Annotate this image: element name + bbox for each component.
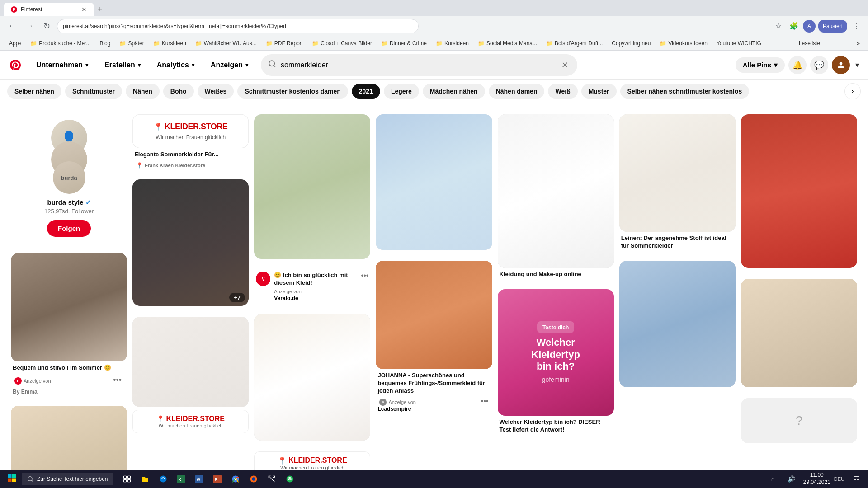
main-content: 👤 burda burda style ✓ [0, 103, 868, 470]
bookmark-label: Leseliste [799, 40, 820, 47]
taskbar-app-snipping[interactable] [264, 471, 280, 487]
new-tab-button[interactable]: + [94, 3, 106, 16]
filter-tag-schnittmuster[interactable]: Schnittmuster [65, 84, 122, 99]
taskbar-search[interactable]: Zur Suche Text hier eingeben [22, 473, 113, 485]
bookmark-label: Copywriting neu [612, 40, 651, 47]
bookmark-wahlfacher[interactable]: 📁 Wahlfächer WU Aus... [192, 39, 260, 47]
filter-tag-selber-nahen[interactable]: Selber nähen [7, 84, 61, 99]
refresh-button[interactable]: ↻ [40, 19, 53, 33]
pin-card-blue-car[interactable] [619, 261, 736, 387]
pin-card-white-room[interactable] [254, 314, 370, 441]
pin-card-green[interactable] [254, 114, 370, 259]
bookmark-blog[interactable]: Blog [96, 39, 114, 47]
taskbar-notification-button[interactable]: 🗨 [848, 471, 864, 487]
pin-card-bequem[interactable]: Bequem und stilvoll im Sommer 😊 P Anzeig… [11, 253, 127, 395]
pin-more-button[interactable]: ••• [111, 374, 123, 387]
filter-tag-selber-nahen-kostenlos[interactable]: Selber nähen schnittmuster kostenlos [620, 84, 750, 99]
follow-button[interactable]: Folgen [47, 220, 91, 237]
pin-card-beige-2[interactable] [741, 279, 857, 387]
filter-tag-nahen-damen[interactable]: Nähen damen [489, 84, 545, 99]
svg-rect-4 [8, 478, 12, 482]
filter-tag-weiss[interactable]: Weiß [548, 84, 577, 99]
address-bar[interactable]: pinterest.at/search/pins/?q=sommerkleide… [57, 19, 419, 33]
pin-card-kleidertyp[interactable]: Teste dich WelcherKleidertypbin ich? gof… [498, 289, 614, 434]
pin-card-kleider-store-3[interactable]: 📍 KLEIDER.STORE Wir machen Frauen glückl… [254, 451, 370, 470]
taskbar-app-word[interactable]: W [191, 471, 208, 487]
extensions-button[interactable]: 🧩 [788, 20, 800, 33]
taskbar-app-file-explorer[interactable] [137, 471, 153, 487]
pinterest-app: Unternehmen ▾ Erstellen ▾ Analytics ▾ An… [0, 51, 868, 488]
pin-card-beige[interactable] [11, 406, 127, 470]
filter-tag-schnittmuster-kostenlos[interactable]: Schnittmuster kostenlos damen [237, 84, 348, 99]
filter-tag-nahen[interactable]: Nähen [126, 84, 160, 99]
pin-card-question[interactable]: ? [741, 398, 857, 443]
bookmark-youtube[interactable]: Youtube WICHTIG [713, 39, 765, 47]
pin-more-button[interactable]: ••• [481, 397, 489, 405]
tab-close-button[interactable]: ✕ [81, 6, 87, 13]
pin-card-red-dress[interactable] [741, 114, 857, 268]
nav-analytics[interactable]: Analytics ▾ [150, 57, 202, 73]
search-bar[interactable]: ✕ [261, 54, 577, 76]
taskbar-app-powerpoint[interactable]: P [209, 471, 226, 487]
filter-tag-madchen[interactable]: Mädchen nähen [423, 84, 485, 99]
bookmark-socialmedia[interactable]: 📁 Social Media Mana... [474, 39, 541, 47]
bookmark-bois[interactable]: 📁 Bois d'Argent Duft... [542, 39, 606, 47]
bookmark-folder-icon: 📁 [546, 40, 553, 47]
filter-tag-weisses[interactable]: Weißes [198, 84, 234, 99]
taskbar-clock[interactable]: 11:00 29.04.2021 [803, 472, 830, 486]
bookmark-kursideen2[interactable]: 📁 Kursideen [432, 39, 472, 47]
back-button[interactable]: ← [5, 19, 19, 33]
pin-card-kleider-store[interactable]: 📍 KLEIDER.STORE Wir machen Frauen glückl… [132, 114, 249, 169]
pin-card-blue-floral[interactable] [376, 114, 492, 250]
nav-unternehmen[interactable]: Unternehmen ▾ [29, 57, 95, 73]
forward-button[interactable]: → [23, 19, 36, 33]
all-pins-dropdown[interactable]: Alle Pins ▾ [736, 57, 785, 73]
filter-tag-2021[interactable]: 2021 [352, 84, 380, 99]
bookmark-später[interactable]: 📁 Später [116, 39, 147, 47]
bookmark-copywriting[interactable]: Copywriting neu [608, 39, 654, 47]
pin-card-veralo[interactable]: V 😊 Ich bin so glücklich mit diesem Klei… [254, 270, 370, 303]
taskbar-app-excel[interactable]: X [173, 471, 189, 487]
profile-dropdown-button[interactable]: ▾ [854, 59, 861, 71]
bookmark-canva[interactable]: 📁 Cload + Canva Bilder [308, 39, 376, 47]
bookmark-dinner[interactable]: 📁 Dinner & Crime [377, 39, 430, 47]
bookmark-apps[interactable]: Apps [5, 39, 25, 47]
pin-card-white-minimal[interactable]: Kleidung und Make-up online [498, 114, 614, 278]
taskbar-app-edge[interactable] [155, 471, 171, 487]
notifications-button[interactable]: 🔔 [788, 56, 807, 74]
pin-more-button[interactable]: ••• [361, 272, 369, 280]
bookmark-videokurs[interactable]: 📁 Videokurs Ideen [656, 39, 711, 47]
menu-button[interactable]: ⋮ [850, 20, 863, 33]
pin-card-linen[interactable]: Leinen: Der angenehme Stoff ist ideal fü… [619, 114, 736, 250]
bookmark-star-button[interactable]: ☆ [772, 20, 785, 33]
bookmark-kursideen1[interactable]: 📁 Kursideen [150, 39, 190, 47]
pin-card-johanna[interactable]: JOHANNA - Superschönes und bequemes Früh… [376, 261, 492, 412]
pinterest-logo[interactable] [7, 57, 24, 73]
bookmarks-overflow-button[interactable]: Leseliste [796, 39, 823, 47]
pause-button[interactable]: Pausiert [818, 20, 847, 33]
filter-tag-legere[interactable]: Legere [384, 84, 419, 99]
taskbar-network-button[interactable]: ⌂ [764, 471, 781, 487]
taskbar-app-spotify[interactable] [282, 471, 298, 487]
start-button[interactable] [4, 472, 20, 487]
search-clear-button[interactable]: ✕ [560, 60, 570, 70]
filter-next-button[interactable]: › [844, 83, 861, 99]
bookmarks-more-button[interactable]: » [854, 39, 863, 47]
messages-button[interactable]: 💬 [810, 56, 828, 74]
profile-avatar-button[interactable] [832, 56, 850, 74]
bookmark-pdf[interactable]: 📁 PDF Report [262, 39, 307, 47]
active-tab[interactable]: Pinterest ✕ [4, 3, 94, 16]
nav-anzeigen[interactable]: Anzeigen ▾ [203, 57, 255, 73]
taskbar-app-chrome[interactable] [227, 471, 244, 487]
bookmark-produktsuche[interactable]: 📁 Produktsuche - Mer... [27, 39, 94, 47]
profile-button[interactable]: A [803, 20, 816, 33]
task-view-button[interactable] [119, 471, 135, 487]
taskbar-app-firefox[interactable] [245, 471, 262, 487]
pin-card-kleider-store-2[interactable]: 📍 KLEIDER.STORE Wir machen Frauen glückl… [132, 317, 249, 433]
nav-erstellen[interactable]: Erstellen ▾ [97, 57, 148, 73]
pin-card-dark-dress[interactable]: +7 [132, 179, 249, 306]
search-input[interactable] [281, 61, 555, 69]
filter-tag-muster[interactable]: Muster [581, 84, 617, 99]
taskbar-volume-button[interactable]: 🔊 [783, 471, 800, 487]
filter-tag-boho[interactable]: Boho [163, 84, 194, 99]
